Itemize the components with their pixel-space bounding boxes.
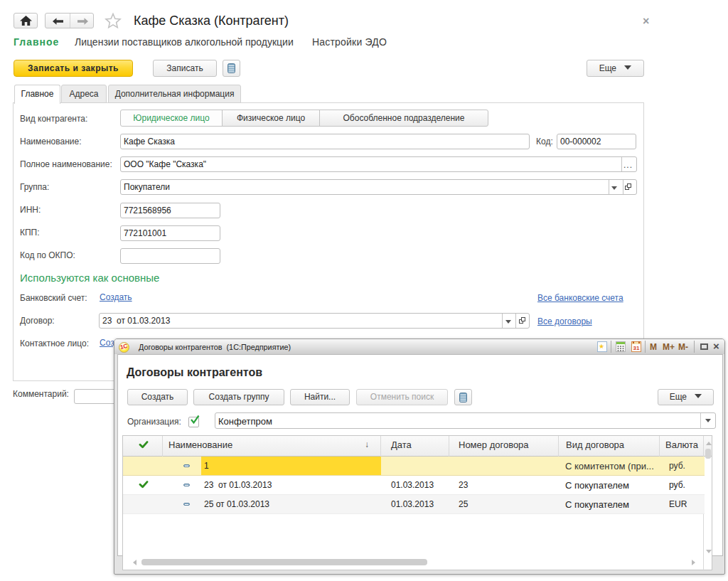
svg-text:31: 31 — [633, 345, 640, 351]
